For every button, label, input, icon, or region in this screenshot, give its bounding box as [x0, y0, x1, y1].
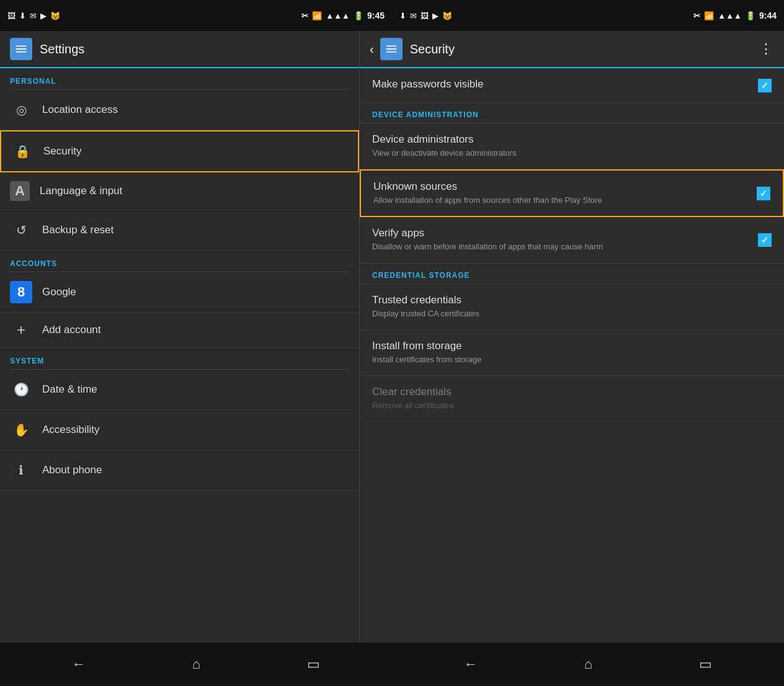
left-time: 9:45: [367, 11, 385, 20]
location-icon: ◎: [10, 99, 32, 121]
image2-icon: 🖼: [421, 11, 429, 20]
make-passwords-title: Make passwords visible: [372, 78, 751, 91]
location-label: Location access: [42, 104, 118, 116]
left-home-button[interactable]: ⌂: [192, 656, 200, 672]
cat-icon: 😺: [50, 11, 60, 20]
left-recent-button[interactable]: ▭: [307, 656, 320, 672]
backup-label: Backup & reset: [42, 224, 114, 236]
language-label: Language & input: [40, 185, 122, 197]
overflow-menu-icon[interactable]: ⋮: [759, 41, 774, 57]
download-icon: ⬇: [19, 11, 26, 20]
battery-icon: 🔋: [354, 11, 363, 20]
device-admins-subtitle: View or deactivate device administrators: [372, 148, 772, 159]
clear-credentials-title: Clear credentials: [372, 386, 772, 398]
device-admins-item[interactable]: Device administrators View or deactivate…: [360, 123, 784, 169]
settings-header-icon: [10, 38, 32, 60]
security-label: Security: [43, 145, 81, 158]
unknown-sources-item[interactable]: Unknown sources Allow installation of ap…: [360, 169, 784, 217]
left-status-right: ✂ 📶 ▲▲▲ 🔋 9:45: [301, 11, 385, 20]
play-icon: ▶: [40, 11, 47, 20]
device-admins-text: Device administrators View or deactivate…: [372, 133, 772, 159]
google-label: Google: [42, 286, 76, 298]
about-label: About phone: [42, 464, 102, 476]
clear-credentials-text: Clear credentials Remove all certificate…: [372, 386, 772, 411]
settings-list: PERSONAL ◎ Location access 🔒 Security A …: [0, 68, 359, 643]
settings-header: Settings: [0, 31, 359, 68]
install-storage-item[interactable]: Install from storage Install certificate…: [360, 330, 784, 376]
make-passwords-checkbox[interactable]: [758, 79, 772, 92]
navigation-bars: ← ⌂ ▭ ← ⌂ ▭: [0, 643, 784, 686]
cat2-icon: 😺: [442, 11, 452, 20]
datetime-label: Date & time: [42, 383, 97, 396]
sidebar-item-security[interactable]: 🔒 Security: [0, 130, 359, 172]
install-storage-title: Install from storage: [372, 340, 772, 352]
unknown-sources-checkbox[interactable]: [757, 187, 770, 200]
verify-apps-subtitle: Disallow or warn before installation of …: [372, 241, 751, 252]
sidebar-item-datetime[interactable]: 🕐 Date & time: [0, 370, 359, 410]
verify-apps-checkbox[interactable]: [758, 233, 772, 247]
battery2-icon: 🔋: [746, 11, 755, 20]
clear-credentials-item: Clear credentials Remove all certificate…: [360, 376, 784, 422]
device-admins-title: Device administrators: [372, 133, 772, 146]
security-header: ‹ Security ⋮: [360, 31, 784, 68]
sidebar-item-about[interactable]: ℹ About phone: [0, 450, 359, 491]
right-home-button[interactable]: ⌂: [584, 656, 592, 672]
left-nav-bar: ← ⌂ ▭: [0, 643, 392, 686]
install-storage-subtitle: Install certificates from storage: [372, 354, 772, 365]
clear-credentials-subtitle: Remove all certificates: [372, 400, 772, 411]
accessibility-icon: ✋: [10, 419, 32, 441]
play2-icon: ▶: [432, 11, 439, 20]
sidebar-item-language[interactable]: A Language & input: [0, 172, 359, 210]
about-icon: ℹ: [10, 459, 32, 481]
verify-apps-item[interactable]: Verify apps Disallow or warn before inst…: [360, 217, 784, 263]
wifi2-icon: 📶: [704, 11, 714, 20]
sidebar-item-location[interactable]: ◎ Location access: [0, 90, 359, 130]
security-header-icon: [380, 38, 403, 60]
right-recent-button[interactable]: ▭: [699, 656, 712, 672]
download2-icon: ⬇: [399, 11, 406, 20]
left-status-bar: 🖼 ⬇ ✉ ▶ 😺 ✂ 📶 ▲▲▲ 🔋 9:45: [0, 0, 392, 31]
right-status-icons: ⬇ ✉ 🖼 ▶ 😺: [399, 11, 452, 20]
right-back-button[interactable]: ←: [464, 656, 478, 672]
right-status-bar: ⬇ ✉ 🖼 ▶ 😺 ✂ 📶 ▲▲▲ 🔋 9:44: [392, 0, 784, 31]
trusted-credentials-text: Trusted credentials Display trusted CA c…: [372, 294, 772, 319]
wifi-icon: 📶: [312, 11, 322, 20]
trusted-credentials-item[interactable]: Trusted credentials Display trusted CA c…: [360, 284, 784, 330]
make-passwords-text: Make passwords visible: [372, 78, 751, 92]
back-button[interactable]: ‹: [370, 42, 374, 56]
credential-storage-header: CREDENTIAL STORAGE: [360, 264, 784, 283]
security-title: Security: [410, 42, 759, 56]
unknown-sources-subtitle: Allow installation of apps from sources …: [373, 195, 749, 206]
make-passwords-item[interactable]: Make passwords visible: [360, 68, 784, 103]
sidebar-item-accessibility[interactable]: ✋ Accessibility: [0, 410, 359, 450]
verify-apps-text: Verify apps Disallow or warn before inst…: [372, 227, 751, 252]
signal2-icon: ▲▲▲: [718, 11, 742, 20]
main-panels: Settings PERSONAL ◎ Location access 🔒 Se…: [0, 31, 784, 643]
unknown-sources-title: Unknown sources: [373, 180, 749, 193]
left-status-icons: 🖼 ⬇ ✉ ▶ 😺: [7, 11, 60, 20]
right-status-right: ✂ 📶 ▲▲▲ 🔋 9:44: [693, 11, 777, 20]
backup-icon: ↺: [10, 219, 32, 241]
unknown-sources-text: Unknown sources Allow installation of ap…: [373, 180, 749, 206]
add-account-label: Add account: [42, 324, 101, 336]
personal-section-header: PERSONAL: [0, 68, 359, 89]
device-admin-header: DEVICE ADMINISTRATION: [360, 103, 784, 123]
sidebar-item-backup[interactable]: ↺ Backup & reset: [0, 210, 359, 251]
add-account-icon: +: [10, 321, 32, 339]
trusted-credentials-title: Trusted credentials: [372, 294, 772, 306]
mute-icon: ✂: [301, 11, 308, 20]
google-icon: 8: [10, 281, 32, 303]
sidebar-item-google[interactable]: 8 Google: [0, 272, 359, 313]
security-panel: ‹ Security ⋮ Make passwords visible DEVI…: [360, 31, 784, 643]
right-nav-bar: ← ⌂ ▭: [392, 643, 784, 686]
accessibility-label: Accessibility: [42, 424, 100, 436]
sidebar-item-add-account[interactable]: + Add account: [0, 313, 359, 348]
trusted-credentials-subtitle: Display trusted CA certificates: [372, 308, 772, 319]
settings-title: Settings: [40, 42, 84, 56]
mute2-icon: ✂: [693, 11, 700, 20]
language-icon: A: [10, 181, 30, 201]
clock-icon: 🕐: [10, 378, 32, 401]
right-time: 9:44: [759, 11, 777, 20]
left-back-button[interactable]: ←: [72, 656, 86, 672]
image-icon: 🖼: [7, 11, 16, 20]
